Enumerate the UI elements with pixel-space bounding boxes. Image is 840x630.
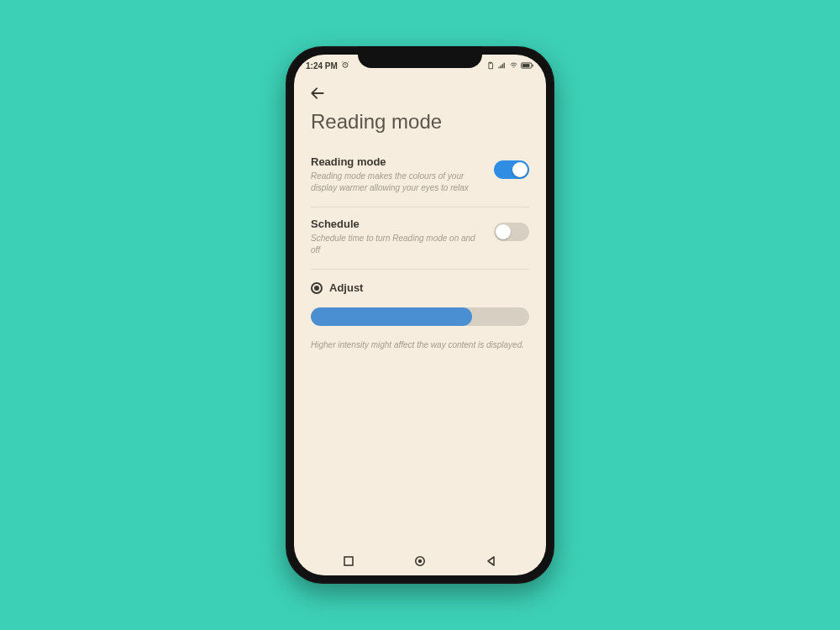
- status-right: [486, 61, 534, 70]
- signal-icon: [497, 61, 507, 70]
- adjust-radio-icon[interactable]: [311, 282, 323, 294]
- wifi-icon: [509, 61, 518, 70]
- reading-mode-title: Reading mode: [311, 155, 484, 168]
- battery-icon: [521, 61, 534, 70]
- adjust-section: Adjust: [294, 270, 546, 326]
- intensity-slider-fill: [311, 307, 472, 326]
- back-arrow-icon: [309, 85, 326, 102]
- screen: 1:24 PM: [294, 55, 546, 575]
- android-nav-bar: [294, 547, 546, 575]
- alarm-icon: [341, 60, 349, 71]
- reading-mode-desc: Reading mode makes the colours of your d…: [311, 171, 484, 193]
- schedule-desc: Schedule time to turn Reading mode on an…: [311, 233, 484, 255]
- intensity-slider[interactable]: [311, 307, 529, 326]
- adjust-label: Adjust: [329, 281, 363, 294]
- svg-rect-4: [344, 557, 353, 565]
- circle-icon: [414, 555, 426, 567]
- nav-back-button[interactable]: [475, 547, 508, 575]
- phone-notch: [358, 46, 482, 68]
- status-left: 1:24 PM: [306, 60, 349, 71]
- nav-recent-button[interactable]: [332, 547, 365, 575]
- reading-mode-row: Reading mode Reading mode makes the colo…: [294, 145, 546, 205]
- status-time: 1:24 PM: [306, 61, 338, 71]
- sdcard-icon: [486, 61, 495, 70]
- adjust-note: Higher intensity might affect the way co…: [294, 326, 546, 351]
- reading-mode-toggle[interactable]: [494, 160, 529, 179]
- square-icon: [344, 556, 354, 566]
- adjust-header: Adjust: [311, 281, 529, 294]
- svg-rect-3: [522, 64, 530, 67]
- schedule-title: Schedule: [311, 218, 484, 230]
- back-button[interactable]: [307, 83, 328, 103]
- schedule-row: Schedule Schedule time to turn Reading m…: [294, 207, 546, 267]
- triangle-left-icon: [486, 556, 496, 566]
- svg-point-6: [418, 559, 422, 563]
- toggle-knob: [512, 162, 528, 177]
- schedule-toggle[interactable]: [494, 223, 529, 241]
- toggle-knob: [496, 224, 511, 239]
- nav-home-button[interactable]: [403, 547, 437, 575]
- phone-frame: 1:24 PM: [286, 46, 554, 584]
- svg-rect-2: [533, 65, 533, 66]
- page-title: Reading mode: [294, 105, 546, 145]
- header: [294, 76, 546, 105]
